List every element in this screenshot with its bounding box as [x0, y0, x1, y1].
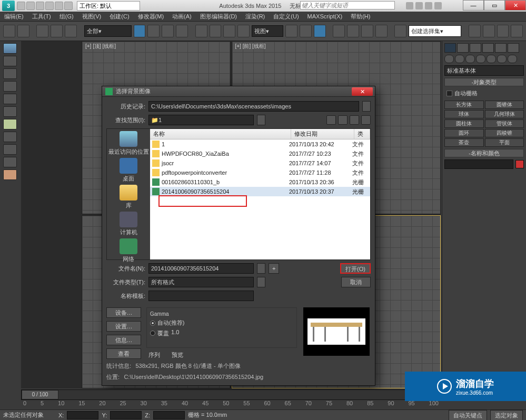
menu-animation[interactable]: 动画(A) [172, 13, 192, 21]
gamma-override-radio[interactable] [150, 331, 155, 336]
spinner-snap-icon[interactable] [375, 25, 388, 37]
obj-plane[interactable]: 平面 [485, 138, 524, 147]
shapes-icon[interactable] [455, 55, 464, 63]
info-button[interactable]: 信息… [106, 335, 141, 345]
spacewarps-icon[interactable] [497, 55, 507, 63]
new-folder-icon[interactable] [350, 115, 359, 125]
view-menu-icon[interactable] [361, 115, 371, 125]
palette-tool-11-icon[interactable] [3, 169, 17, 180]
menu-modifiers[interactable]: 修改器(M) [138, 13, 164, 21]
snap-angle-icon[interactable] [347, 25, 359, 37]
qat-new-icon[interactable] [17, 2, 25, 10]
up-folder-icon[interactable] [338, 115, 348, 125]
curve-editor-icon[interactable] [511, 25, 523, 37]
history-dropdown[interactable]: C:\Users\dell\Documents\3dsMax\sceneasse… [148, 101, 359, 112]
star-icon[interactable] [425, 2, 432, 9]
gamma-auto-radio[interactable] [150, 321, 155, 326]
bind-icon[interactable] [65, 25, 77, 37]
help-icon[interactable] [434, 2, 442, 9]
obj-torus[interactable]: 圆环 [444, 129, 484, 137]
history-drop-icon[interactable] [362, 101, 371, 112]
snap-3d-icon[interactable] [333, 25, 345, 37]
cameras-icon[interactable] [476, 55, 485, 63]
coord-y-input[interactable] [110, 411, 142, 419]
rollout-name-color[interactable]: - 名称和颜色 [444, 149, 524, 157]
filetype-dropdown[interactable]: 所有格式 [148, 277, 254, 287]
obj-geosphere[interactable]: 几何球体 [485, 110, 524, 118]
restore-button[interactable]: ▭ [484, 0, 505, 11]
qat-open-icon[interactable] [26, 2, 35, 10]
file-row[interactable]: HWPDFOCR80_XiaZaiBa2017/7/27 10:23文件 [150, 149, 370, 158]
col-type[interactable]: 类 [354, 129, 370, 139]
systems-icon[interactable] [508, 55, 517, 63]
close-button[interactable]: ✕ [505, 0, 526, 11]
binoculars-icon[interactable] [406, 2, 413, 9]
teapot-tool-icon[interactable] [3, 43, 17, 54]
add-file-button[interactable]: + [269, 263, 279, 274]
named-set-edit-icon[interactable] [394, 25, 406, 37]
menu-edit[interactable]: 编辑(E) [4, 13, 24, 21]
palette-tool-10-icon[interactable] [3, 157, 17, 167]
autogrid-checkbox[interactable] [446, 91, 452, 96]
menu-customize[interactable]: 自定义(U) [273, 13, 299, 21]
selected-object-button[interactable]: 选定对象 [490, 410, 523, 421]
obj-tube[interactable]: 管状体 [485, 119, 524, 128]
palette-tool-2-icon[interactable] [3, 56, 17, 66]
unlink-icon[interactable] [51, 25, 63, 37]
geometry-category-dropdown[interactable]: 标准基本体 [444, 65, 524, 76]
align-icon[interactable] [483, 25, 495, 37]
obj-sphere[interactable]: 球体 [444, 110, 484, 118]
minimize-button[interactable]: — [463, 0, 484, 11]
cancel-button[interactable]: 取消 [341, 277, 371, 287]
menu-create[interactable]: 创建(C) [110, 13, 129, 21]
gamma-override-spinner[interactable]: 1.0 [171, 329, 197, 337]
back-icon[interactable] [326, 115, 336, 125]
manipulate-icon[interactable] [300, 25, 312, 37]
key-icon[interactable] [415, 2, 423, 9]
help-search-input[interactable] [300, 1, 395, 9]
palette-tool-5-icon[interactable] [3, 94, 17, 104]
col-name[interactable]: 名称 [150, 129, 291, 139]
link-icon[interactable] [36, 25, 48, 37]
qat-project-icon[interactable] [64, 2, 73, 10]
file-row[interactable]: jsocr2017/7/27 14:07文件 [150, 158, 370, 168]
named-selection-set[interactable]: 创建选择集 ▾ [409, 25, 461, 37]
menu-views[interactable]: 视图(V) [82, 13, 102, 21]
workspace-selector[interactable]: 工作区: 默认 [77, 1, 140, 11]
rotate-icon[interactable] [210, 25, 222, 37]
palette-tool-6-icon[interactable] [3, 106, 17, 117]
selection-filter[interactable]: 全部 ▾ [84, 25, 132, 37]
move-icon[interactable] [195, 25, 207, 37]
palette-tool-4-icon[interactable] [3, 81, 17, 92]
placement-icon[interactable] [237, 25, 250, 37]
palette-tool-3-icon[interactable] [3, 68, 17, 79]
obj-pyramid[interactable]: 四棱锥 [485, 129, 524, 137]
time-slider[interactable]: 0 / 100 [21, 389, 441, 400]
redo-icon[interactable] [17, 25, 29, 37]
tab-motion-icon[interactable] [482, 43, 494, 53]
snap-percent-icon[interactable] [361, 25, 373, 37]
dialog-titlebar[interactable]: 选择背景图像 ✕ [102, 86, 375, 97]
window-crossing-icon[interactable] [176, 25, 188, 37]
template-input[interactable] [148, 291, 254, 301]
select-region-icon[interactable] [162, 25, 174, 37]
menu-group[interactable]: 组(G) [59, 13, 74, 21]
device-button[interactable]: 设备… [106, 307, 141, 318]
tab-hierarchy-icon[interactable] [470, 43, 481, 53]
palette-tool-8-icon[interactable] [3, 132, 17, 142]
place-library[interactable]: 库 [120, 185, 137, 209]
lookin-drop-icon[interactable] [257, 115, 265, 125]
col-date[interactable]: 修改日期 [291, 129, 354, 139]
lookin-dropdown[interactable]: 📁 1 [148, 115, 254, 125]
tab-create-icon[interactable] [444, 43, 456, 53]
open-button[interactable]: 打开(O) [340, 263, 371, 274]
filename-drop-icon[interactable] [257, 263, 265, 274]
place-recent[interactable]: 最近访问的位置 [108, 131, 149, 156]
qat-save-icon[interactable] [36, 2, 44, 10]
autokey-button[interactable]: 自动关键点 [449, 410, 487, 421]
filetype-drop-icon[interactable] [257, 277, 265, 287]
help-search[interactable] [300, 1, 395, 9]
object-name-input[interactable] [444, 159, 513, 169]
tab-utilities-icon[interactable] [508, 43, 519, 53]
pivot-center-icon[interactable] [285, 25, 297, 37]
